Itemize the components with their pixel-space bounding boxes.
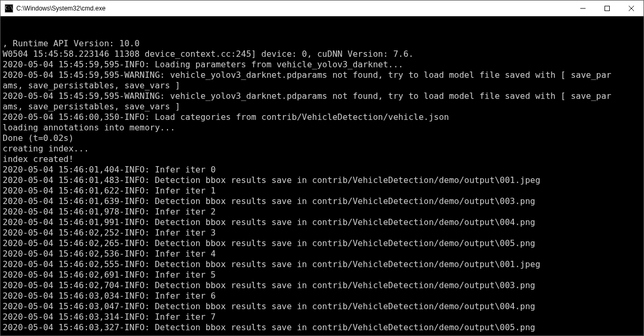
terminal-line: 2020-05-04 15:45:59,595-WARNING: vehicle… xyxy=(3,91,641,101)
titlebar[interactable]: C:\ C:\Windows\System32\cmd.exe xyxy=(1,1,643,16)
minimize-icon xyxy=(580,6,586,11)
terminal-line: Done (t=0.02s) xyxy=(3,133,641,144)
terminal-line: 2020-05-04 15:46:01,404-INFO: Infer iter… xyxy=(3,165,641,175)
terminal-line: 2020-05-04 15:46:02,704-INFO: Detection … xyxy=(3,280,641,291)
terminal-output[interactable]: , Runtime API Version: 10.0W0504 15:45:5… xyxy=(1,16,643,335)
terminal-line: ams, save_persistables, save_vars ] xyxy=(3,80,641,91)
close-icon xyxy=(629,6,634,11)
minimize-button[interactable] xyxy=(571,1,595,16)
terminal-line: creating index... xyxy=(3,144,641,154)
window-controls xyxy=(571,1,643,16)
svg-rect-1 xyxy=(605,6,610,11)
cmd-icon: C:\ xyxy=(5,4,13,13)
terminal-line: 2020-05-04 15:46:01,991-INFO: Detection … xyxy=(3,217,641,228)
terminal-line: ams, save_persistables, save_vars ] xyxy=(3,101,641,112)
maximize-icon xyxy=(605,6,610,11)
maximize-button[interactable] xyxy=(595,1,619,16)
terminal-line: 2020-05-04 15:46:03,047-INFO: Detection … xyxy=(3,301,641,312)
terminal-line: loading annotations into memory... xyxy=(3,123,641,133)
terminal-line: W0504 15:45:58.223146 11308 device_conte… xyxy=(3,49,641,59)
terminal-line: 2020-05-04 15:46:01,639-INFO: Detection … xyxy=(3,196,641,207)
terminal-line: 2020-05-04 15:46:01,483-INFO: Detection … xyxy=(3,175,641,186)
terminal-line: , Runtime API Version: 10.0 xyxy=(3,38,641,49)
terminal-line: index created! xyxy=(3,154,641,165)
terminal-line: 2020-05-04 15:46:02,536-INFO: Infer iter… xyxy=(3,249,641,259)
cmd-window: C:\ C:\Windows\System32\cmd.exe , Runtim… xyxy=(0,0,644,336)
terminal-line: 2020-05-04 15:46:02,265-INFO: Detection … xyxy=(3,238,641,249)
terminal-line: 2020-05-04 15:46:02,252-INFO: Infer iter… xyxy=(3,228,641,238)
terminal-line: 2020-05-04 15:46:00,350-INFO: Load categ… xyxy=(3,112,641,123)
terminal-line: 2020-05-04 15:46:01,622-INFO: Infer iter… xyxy=(3,186,641,196)
terminal-line: 2020-05-04 15:45:59,595-WARNING: vehicle… xyxy=(3,70,641,80)
terminal-line: 2020-05-04 15:46:03,034-INFO: Infer iter… xyxy=(3,291,641,301)
terminal-line: 2020-05-04 15:45:59,595-INFO: Loading pa… xyxy=(3,59,641,70)
window-title: C:\Windows\System32\cmd.exe xyxy=(16,5,571,12)
terminal-line: 2020-05-04 15:46:02,555-INFO: Detection … xyxy=(3,259,641,270)
terminal-line: 2020-05-04 15:46:01,978-INFO: Infer iter… xyxy=(3,207,641,217)
terminal-line xyxy=(3,333,641,335)
terminal-line: 2020-05-04 15:46:03,314-INFO: Infer iter… xyxy=(3,312,641,322)
close-button[interactable] xyxy=(619,1,643,16)
terminal-line: 2020-05-04 15:46:03,327-INFO: Detection … xyxy=(3,322,641,333)
terminal-line: 2020-05-04 15:46:02,691-INFO: Infer iter… xyxy=(3,270,641,280)
